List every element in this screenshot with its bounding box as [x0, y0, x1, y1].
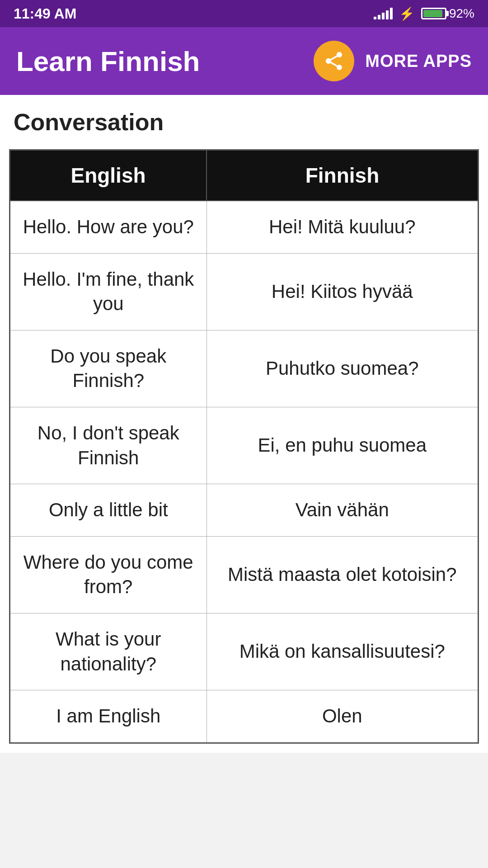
cell-english: No, I don't speak Finnish	[10, 407, 207, 484]
section-title: Conversation	[9, 108, 479, 136]
conversation-table: English Finnish Hello. How are you?Hei! …	[9, 149, 479, 744]
table-row: Hello. How are you?Hei! Mitä kuuluu?	[10, 201, 479, 253]
table-row: No, I don't speak FinnishEi, en puhu suo…	[10, 407, 479, 484]
cell-english: Hello. I'm fine, thank you	[10, 253, 207, 330]
status-icons: ⚡ 92%	[374, 6, 474, 21]
table-row: Do you speak Finnish?Puhutko suomea?	[10, 330, 479, 407]
content-area: Conversation English Finnish Hello. How …	[0, 95, 488, 753]
cell-english: Only a little bit	[10, 484, 207, 537]
cell-finnish: Ei, en puhu suomea	[206, 407, 478, 484]
table-row: Only a little bitVain vähän	[10, 484, 479, 537]
cell-finnish: Hei! Mitä kuuluu?	[206, 201, 478, 253]
cell-finnish: Hei! Kiitos hyvää	[206, 253, 478, 330]
cell-english: Hello. How are you?	[10, 201, 207, 253]
status-time: 11:49 AM	[14, 5, 76, 22]
cell-english: Where do you come from?	[10, 536, 207, 613]
table-row: What is your nationality?Mikä on kansall…	[10, 613, 479, 690]
table-row: Where do you come from?Mistä maasta olet…	[10, 536, 479, 613]
cell-english: I am English	[10, 690, 207, 743]
col-header-english: English	[10, 150, 207, 201]
charging-icon: ⚡	[399, 6, 415, 21]
app-header: Learn Finnish MORE APPS	[0, 27, 488, 95]
share-button[interactable]	[314, 41, 354, 81]
cell-finnish: Mikä on kansallisuutesi?	[206, 613, 478, 690]
battery-percent: 92%	[449, 6, 474, 21]
col-header-finnish: Finnish	[206, 150, 478, 201]
share-icon	[323, 50, 345, 72]
table-row: I am EnglishOlen	[10, 690, 479, 743]
cell-finnish: Puhutko suomea?	[206, 330, 478, 407]
cell-finnish: Olen	[206, 690, 478, 743]
cell-english: Do you speak Finnish?	[10, 330, 207, 407]
more-apps-button[interactable]: MORE APPS	[365, 52, 472, 71]
signal-icon	[374, 8, 393, 19]
cell-finnish: Mistä maasta olet kotoisin?	[206, 536, 478, 613]
app-title: Learn Finnish	[16, 45, 303, 77]
battery-icon: 92%	[421, 6, 474, 21]
cell-english: What is your nationality?	[10, 613, 207, 690]
cell-finnish: Vain vähän	[206, 484, 478, 537]
status-bar: 11:49 AM ⚡ 92%	[0, 0, 488, 27]
table-row: Hello. I'm fine, thank youHei! Kiitos hy…	[10, 253, 479, 330]
